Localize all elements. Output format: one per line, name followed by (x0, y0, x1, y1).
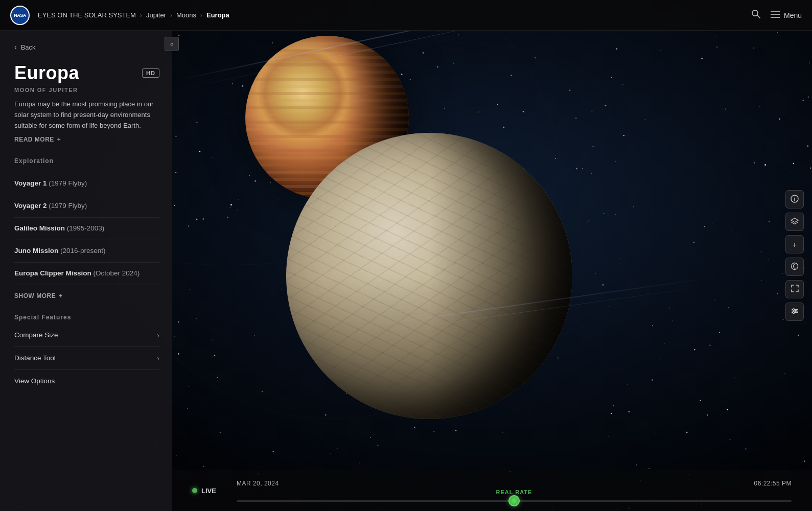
sidebar-collapse-button[interactable]: « (165, 37, 179, 51)
sidebar-panel: ‹ Back Europa HD MOON OF JUPITER Europa … (0, 31, 172, 511)
menu-icon (771, 11, 780, 19)
nasa-logo[interactable]: NASA (10, 6, 30, 25)
mission-year-juno: (2016-present) (60, 247, 106, 254)
object-description: Europa may be the most promising place i… (14, 99, 159, 131)
mission-year-voyager1: (1979 Flyby) (49, 179, 87, 187)
layers-button[interactable] (785, 213, 804, 231)
timeline-time: 06:22:55 PM (754, 480, 792, 487)
exploration-section-label: Exploration (14, 157, 159, 165)
title-row: Europa HD (14, 62, 159, 84)
svg-point-7 (794, 196, 795, 197)
zoom-moon-button[interactable] (785, 258, 804, 276)
sep-2: › (170, 12, 172, 19)
sep-3: › (200, 12, 202, 19)
view-options-button[interactable]: View Options (14, 370, 159, 385)
svg-point-12 (793, 309, 795, 311)
info-button[interactable] (785, 190, 804, 208)
timeline-track[interactable] (237, 500, 792, 502)
mission-name-voyager2: Voyager 2 (14, 202, 47, 210)
mission-name-juno: Juno Mission (14, 247, 58, 254)
back-chevron-icon: ‹ (14, 43, 17, 51)
europa-moon[interactable] (286, 133, 572, 419)
exploration-item-juno[interactable]: Juno Mission (2016-present) (14, 240, 159, 263)
settings-icon (791, 307, 799, 316)
exploration-item-galileo[interactable]: Galileo Mission (1995-2003) (14, 218, 159, 240)
chevron-right-icon-compare: › (157, 331, 159, 339)
mission-name-clipper: Europa Clipper Mission (14, 269, 91, 277)
live-indicator: LIVE (192, 487, 216, 495)
mission-year-galileo: (1995-2003) (67, 224, 105, 232)
breadcrumb-europa[interactable]: Europa (206, 11, 229, 19)
breadcrumb-nav: EYES ON THE SOLAR SYSTEM › Jupiter › Moo… (38, 11, 229, 19)
settings-button[interactable] (785, 303, 804, 321)
expand-icon (791, 285, 799, 294)
feature-label-compare-size: Compare Size (14, 331, 58, 339)
exploration-item-voyager1[interactable]: Voyager 1 (1979 Flyby) (14, 173, 159, 195)
mission-name-galileo: Galileo Mission (14, 224, 65, 232)
exploration-list: Voyager 1 (1979 Flyby) Voyager 2 (1979 F… (14, 173, 159, 285)
app-name[interactable]: EYES ON THE SOLAR SYSTEM (38, 11, 136, 19)
plus-icon: + (793, 240, 797, 249)
feature-label-distance-tool: Distance Tool (14, 354, 56, 362)
mission-year-clipper: (October 2024) (94, 269, 140, 277)
feature-item-compare-size[interactable]: Compare Size › (14, 324, 159, 347)
real-rate-label: REAL RATE (496, 489, 532, 495)
hd-badge: HD (142, 68, 159, 78)
menu-button[interactable]: Menu (771, 11, 802, 19)
feature-item-distance-tool[interactable]: Distance Tool › (14, 347, 159, 370)
right-controls-panel: + (785, 190, 804, 321)
timeline-wrapper[interactable]: MAR 20, 2024 06:22:55 PM REAL RATE (237, 480, 792, 502)
timeline-date: MAR 20, 2024 (237, 480, 279, 487)
read-more-button[interactable]: READ MORE + (14, 136, 159, 143)
special-features-label: Special Features (14, 314, 159, 321)
mission-name-voyager1: Voyager 1 (14, 179, 47, 187)
info-icon (791, 195, 799, 204)
sep-1: › (140, 12, 142, 19)
chevron-right-icon-distance: › (157, 354, 159, 362)
object-title: Europa (14, 62, 79, 84)
timeline-bar: LIVE MAR 20, 2024 06:22:55 PM REAL RATE (172, 470, 812, 511)
show-more-button[interactable]: SHOW MORE + (14, 292, 159, 299)
mission-year-voyager2: (1979 Flyby) (49, 202, 87, 210)
object-subtitle: MOON OF JUPITER (14, 87, 159, 93)
zoom-in-button[interactable]: + (785, 235, 804, 253)
timeline-labels: MAR 20, 2024 06:22:55 PM (237, 480, 792, 487)
header-right: Menu (751, 9, 802, 21)
moon-icon (791, 262, 799, 272)
features-list: Compare Size › Distance Tool › (14, 324, 159, 370)
header: NASA EYES ON THE SOLAR SYSTEM › Jupiter … (0, 0, 812, 31)
timeline-handle[interactable] (508, 495, 520, 506)
plus-icon: + (57, 136, 61, 143)
fullscreen-button[interactable] (785, 280, 804, 298)
show-more-plus-icon: + (59, 292, 63, 299)
svg-line-1 (757, 15, 760, 18)
live-dot (192, 488, 197, 493)
live-label: LIVE (201, 487, 216, 495)
back-label: Back (21, 43, 36, 51)
back-button[interactable]: ‹ Back (14, 43, 159, 51)
exploration-item-voyager2[interactable]: Voyager 2 (1979 Flyby) (14, 195, 159, 218)
breadcrumb-moons[interactable]: Moons (176, 11, 196, 19)
layers-icon (791, 218, 799, 226)
menu-label: Menu (784, 11, 802, 19)
exploration-item-clipper[interactable]: Europa Clipper Mission (October 2024) (14, 263, 159, 285)
search-button[interactable] (751, 9, 760, 21)
svg-point-13 (795, 310, 797, 312)
breadcrumb-jupiter[interactable]: Jupiter (146, 11, 166, 19)
svg-point-14 (793, 312, 795, 314)
